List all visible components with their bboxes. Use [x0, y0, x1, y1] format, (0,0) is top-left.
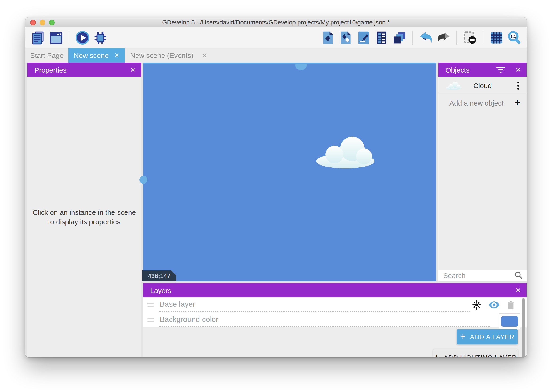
toolbar-separator — [456, 31, 457, 45]
toolbar-left-group — [31, 30, 107, 45]
layer-effects-icon[interactable] — [471, 299, 482, 310]
add-lighting-layer-label: ADD LIGHTING LAYER — [444, 354, 517, 357]
objects-panel-title: Objects — [446, 66, 469, 74]
plus-icon: + — [514, 94, 520, 111]
close-panel-icon[interactable]: ✕ — [516, 66, 521, 73]
toolbar-separator — [483, 31, 483, 45]
add-object-label: Add a new object — [449, 99, 504, 107]
layer-visibility-eye-icon[interactable] — [488, 299, 500, 310]
properties-panel-header: Properties ✕ — [27, 63, 141, 77]
title-bar: GDevelop 5 - /Users/david/Documents/GDev… — [25, 17, 527, 27]
screen: GDevelop 5 - /Users/david/Documents/GDev… — [0, 0, 552, 392]
layer-name-underline — [159, 311, 469, 312]
window-mask-icon[interactable] — [462, 30, 477, 45]
tab-start-page[interactable]: Start Page — [25, 48, 68, 63]
minimize-window-button[interactable] — [40, 20, 45, 25]
object-list-item-cloud[interactable]: Cloud — [439, 77, 527, 94]
cursor-coordinates-badge: 436;147 — [142, 270, 176, 281]
layers-scrollbar[interactable] — [522, 298, 525, 357]
tab-label: Start Page — [30, 51, 64, 59]
tab-new-scene[interactable]: New scene ✕ — [68, 48, 125, 63]
drag-handle-icon[interactable] — [147, 318, 154, 323]
add-new-object-button[interactable]: Add a new object + — [439, 94, 527, 111]
window-title: GDevelop 5 - /Users/david/Documents/GDev… — [25, 17, 527, 27]
layer-row-base: Base layer — [143, 297, 527, 312]
zoom-ratio-label: 1:1 — [510, 34, 516, 38]
layer-name-field[interactable]: Base layer — [160, 300, 195, 309]
scene-canvas[interactable]: 436;147 — [143, 63, 436, 281]
toolbar-separator — [412, 31, 413, 45]
layers-panel-title: Layers — [150, 286, 172, 294]
layers-list: Base layer — [143, 297, 527, 328]
panel-resize-handle-left[interactable] — [139, 176, 147, 184]
close-tab-icon[interactable]: ✕ — [114, 52, 119, 59]
layer-actions — [471, 297, 516, 312]
objects-search-input[interactable] — [439, 269, 527, 281]
panel-resize-handle-top[interactable] — [295, 64, 307, 70]
properties-panel: Properties ✕ Click on an instance in the… — [27, 63, 141, 357]
traffic-lights — [30, 17, 55, 27]
gdevelop-window: GDevelop 5 - /Users/david/Documents/GDev… — [25, 17, 527, 357]
zoom-1-1-icon[interactable]: 1:1 — [507, 30, 521, 45]
plus-icon: + — [434, 352, 439, 357]
app-window-icon[interactable] — [48, 30, 63, 45]
debug-icon[interactable] — [93, 30, 107, 45]
close-panel-icon[interactable]: ✕ — [516, 287, 521, 294]
layer-name-field[interactable]: Background color — [160, 315, 218, 324]
objects-panel-header: Objects ✕ — [439, 63, 527, 77]
editor-tab-bar: Start Page New scene ✕ New scene (Events… — [25, 48, 527, 63]
close-tab-icon[interactable]: ✕ — [202, 52, 207, 59]
grid-icon[interactable] — [489, 30, 504, 45]
layer-name-underline — [159, 326, 490, 327]
preview-play-icon[interactable] — [75, 30, 90, 45]
fullscreen-window-button[interactable] — [49, 20, 55, 25]
layer-row-background: Background color — [143, 312, 527, 328]
instances-list-icon[interactable] — [374, 30, 389, 45]
main-toolbar: 1:1 — [25, 27, 527, 48]
undo-icon[interactable] — [418, 30, 433, 45]
properties-panel-body: Click on an instance in the scene to dis… — [27, 77, 141, 357]
redo-icon[interactable] — [436, 30, 451, 45]
background-color-swatch — [501, 316, 518, 327]
cloud-thumbnail-icon — [446, 81, 462, 90]
layers-panel-header: Layers ✕ — [143, 283, 527, 297]
tab-label: New scene (Events) — [130, 51, 193, 59]
project-manager-icon[interactable] — [31, 30, 45, 45]
background-color-picker[interactable] — [499, 313, 520, 329]
add-layer-label: ADD A LAYER — [470, 333, 514, 341]
toolbar-right-group: 1:1 — [320, 30, 521, 45]
properties-empty-hint: Click on an instance in the scene to dis… — [30, 208, 139, 226]
drag-handle-icon[interactable] — [147, 303, 154, 308]
object-options-menu-icon[interactable] — [515, 81, 521, 91]
add-lighting-layer-button[interactable]: + ADD LIGHTING LAYER — [433, 349, 518, 357]
close-window-button[interactable] — [30, 20, 36, 25]
search-icon — [514, 271, 523, 279]
filter-icon[interactable] — [497, 67, 505, 73]
add-a-layer-button[interactable]: + ADD A LAYER — [457, 329, 518, 344]
tab-label: New scene — [74, 51, 109, 59]
properties-panel-title: Properties — [34, 66, 67, 74]
canvas-top-resize-strip[interactable] — [143, 63, 436, 64]
objects-editor-icon[interactable] — [320, 30, 335, 45]
objects-panel: Objects ✕ Cloud Add a new object + — [439, 63, 527, 281]
layers-editor-icon[interactable] — [392, 30, 407, 45]
objects-search — [439, 269, 527, 281]
layers-panel: Layers ✕ Base layer — [143, 283, 527, 357]
cloud-instance[interactable] — [316, 134, 377, 169]
tab-new-scene-events[interactable]: New scene (Events) ✕ — [125, 48, 212, 63]
close-panel-icon[interactable]: ✕ — [130, 66, 136, 73]
editor-content: Properties ✕ Click on an instance in the… — [25, 63, 527, 357]
layer-delete-trash-icon[interactable] — [505, 299, 516, 310]
plus-icon: + — [460, 331, 466, 342]
properties-editor-icon[interactable] — [356, 30, 371, 45]
toolbar-separator — [69, 31, 69, 45]
object-groups-icon[interactable] — [338, 30, 353, 45]
